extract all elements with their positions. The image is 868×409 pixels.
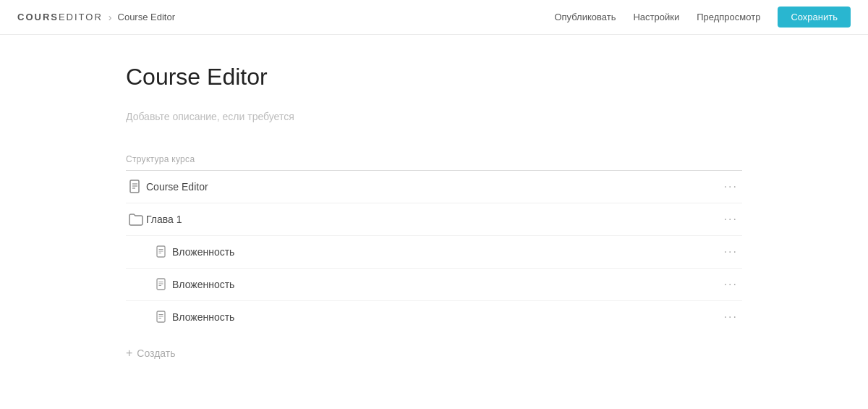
main-content: Course Editor Добавьте описание, если тр…: [109, 35, 760, 391]
list-item: Course Editor ···: [126, 171, 742, 203]
item-label: Вложенность: [172, 246, 720, 258]
folder-icon: [126, 213, 146, 226]
save-button[interactable]: Сохранить: [778, 7, 851, 28]
item-more-menu[interactable]: ···: [720, 310, 742, 324]
settings-link[interactable]: Настройки: [633, 12, 679, 22]
page-title: Course Editor: [126, 64, 742, 90]
breadcrumb-separator: ›: [109, 12, 112, 23]
page-icon: [152, 245, 172, 258]
item-more-menu[interactable]: ···: [720, 180, 742, 194]
header-left: COURSEDITOR › Course Editor: [17, 12, 175, 23]
list-item: Глава 1 ···: [126, 203, 742, 236]
page-icon: [152, 311, 172, 324]
list-item: Вложенность ···: [126, 269, 742, 301]
item-label: Course Editor: [146, 181, 720, 193]
preview-link[interactable]: Предпросмотр: [697, 12, 760, 22]
item-label: Вложенность: [172, 279, 720, 290]
item-more-menu[interactable]: ···: [720, 245, 742, 259]
list-item: Вложенность ···: [126, 301, 742, 333]
doc-icon: [126, 180, 146, 194]
item-more-menu[interactable]: ···: [720, 212, 742, 227]
app-logo: COURSEDITOR: [17, 12, 103, 22]
description-field[interactable]: Добавьте описание, если требуется: [126, 108, 742, 125]
app-header: COURSEDITOR › Course Editor Опубликовать…: [0, 0, 868, 35]
create-label: Создать: [137, 347, 175, 359]
list-item: Вложенность ···: [126, 236, 742, 269]
item-more-menu[interactable]: ···: [720, 277, 742, 292]
page-icon: [152, 278, 172, 291]
create-button[interactable]: + Создать: [126, 345, 176, 362]
structure-label: Структура курса: [126, 154, 742, 164]
item-label: Глава 1: [146, 214, 720, 225]
breadcrumb-current: Course Editor: [118, 12, 175, 22]
plus-icon: +: [126, 347, 132, 359]
header-actions: Опубликовать Настройки Предпросмотр Сохр…: [554, 7, 851, 28]
item-label: Вложенность: [172, 311, 720, 323]
course-structure: Структура курса Course Editor ···: [126, 154, 742, 362]
publish-link[interactable]: Опубликовать: [554, 12, 616, 22]
